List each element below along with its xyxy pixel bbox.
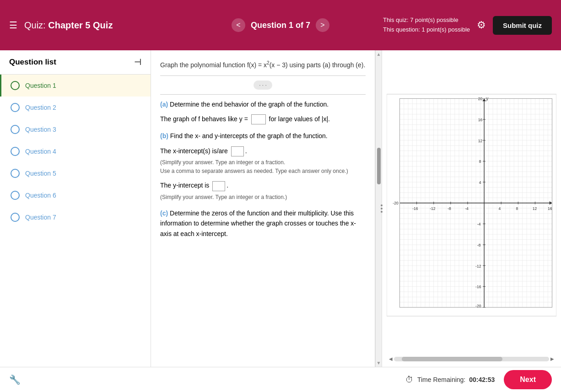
part-b-x-note: (Simplify your answer. Type an integer o…: [160, 158, 366, 176]
coordinate-graph: y -20 -16 -12 -8 -4 4 8: [387, 55, 556, 355]
part-a-label: (a): [160, 101, 168, 108]
question-panel: Graph the polynomial function f(x) = x2(…: [151, 50, 375, 367]
scroll-thumb: [377, 148, 381, 184]
svg-text:-8: -8: [448, 206, 451, 211]
part-b-x-text: The x-intercept(s) is/are .: [160, 146, 366, 156]
h-scroll-track: [394, 357, 549, 361]
wrench-icon[interactable]: 🔧: [9, 374, 21, 385]
part-a-sub: The graph of f behaves like y = for larg…: [160, 114, 366, 124]
expand-dots-button[interactable]: · · ·: [254, 81, 272, 90]
sidebar-item-question-7[interactable]: Question 7: [0, 206, 151, 228]
part-b: (b) Find the x- and y-intercepts of the …: [160, 131, 366, 202]
question-3-circle: [11, 125, 20, 134]
panel-dots: [381, 204, 383, 213]
svg-text:16: 16: [548, 206, 552, 211]
question-3-label: Question 3: [25, 126, 56, 133]
question-4-circle: [11, 147, 20, 156]
question-7-circle: [11, 213, 20, 222]
header-right: This quiz: 7 point(s) possible This ques…: [377, 16, 552, 35]
content-area: Graph the polynomial function f(x) = x2(…: [151, 50, 561, 367]
part-b-text: (b) Find the x- and y-intercepts of the …: [160, 131, 366, 141]
question-main-title: Graph the polynomial function f(x) = x2(…: [160, 59, 366, 70]
question-2-circle: [11, 103, 20, 112]
gear-icon[interactable]: ⚙: [477, 19, 486, 31]
scroll-up-arrow[interactable]: ▲: [377, 52, 381, 57]
question-body: Graph the polynomial function f(x) = x2(…: [151, 50, 375, 367]
submit-quiz-button[interactable]: Submit quiz: [493, 16, 552, 35]
sidebar-item-question-3[interactable]: Question 3: [0, 118, 151, 140]
menu-icon[interactable]: ☰: [9, 20, 17, 31]
collapse-sidebar-icon[interactable]: ⊣: [134, 57, 141, 67]
footer: 🔧 ⏱ Time Remaining: 00:42:53 Next: [0, 367, 561, 392]
quiz-points: This quiz: 7 point(s) possible: [383, 16, 470, 25]
question-5-label: Question 5: [25, 170, 56, 177]
h-scroll-thumb[interactable]: [402, 357, 502, 361]
quiz-title: Quiz: Chapter 5 Quiz: [24, 20, 113, 31]
question-7-label: Question 7: [25, 214, 56, 221]
divider-1: [160, 75, 366, 76]
quiz-label: Quiz:: [24, 20, 46, 30]
h-scroll-left-arrow[interactable]: ◀: [389, 356, 393, 361]
svg-text:12: 12: [533, 206, 537, 211]
next-question-button[interactable]: >: [316, 18, 329, 32]
svg-text:-12: -12: [430, 206, 436, 211]
question-points: This question: 1 point(s) possible: [383, 25, 470, 35]
timer-value: 00:42:53: [469, 376, 495, 383]
part-a-input[interactable]: [251, 114, 266, 124]
question-list: Question 1 Question 2 Question 3 Questio…: [0, 75, 151, 228]
timer-area: ⏱ Time Remaining: 00:42:53: [405, 375, 495, 385]
graph-panel: y -20 -16 -12 -8 -4 4 8: [382, 50, 561, 367]
part-b-x-input[interactable]: [231, 146, 244, 156]
sidebar-item-question-4[interactable]: Question 4: [0, 140, 151, 162]
svg-text:4: 4: [479, 180, 481, 185]
svg-text:-8: -8: [477, 243, 481, 247]
horizontal-scrollbar-area: ◀ ▶: [387, 355, 556, 362]
svg-text:20: 20: [478, 97, 483, 101]
scroll-track: [377, 57, 381, 360]
part-a: (a) Determine the end behavior of the gr…: [160, 99, 366, 125]
question-6-label: Question 6: [25, 192, 56, 199]
question-6-circle: [11, 191, 20, 200]
sidebar-title: Question list: [9, 58, 56, 67]
sidebar-item-question-6[interactable]: Question 6: [0, 184, 151, 206]
question-5-circle: [11, 169, 20, 178]
h-scroll-right-arrow[interactable]: ▶: [550, 356, 554, 361]
part-c-label: (c): [160, 209, 168, 217]
main-layout: Question list ⊣ Question 1 Question 2 Qu…: [0, 50, 561, 367]
sidebar-header: Question list ⊣: [0, 50, 151, 75]
question-1-circle: [11, 81, 20, 90]
part-c: (c) Determine the zeros of the function …: [160, 208, 366, 239]
part-b-y-input[interactable]: [212, 181, 225, 191]
divider-2: [160, 94, 366, 95]
part-b-y-note: (Simplify your answer. Type an integer o…: [160, 193, 366, 202]
quiz-info: This quiz: 7 point(s) possible This ques…: [383, 16, 470, 35]
next-button[interactable]: Next: [504, 370, 552, 389]
expand-button-area: · · ·: [160, 81, 366, 90]
question-progress: Question 1 of 7: [251, 21, 310, 30]
prev-question-button[interactable]: <: [232, 18, 245, 32]
svg-text:16: 16: [478, 118, 483, 122]
timer-label: Time Remaining:: [417, 376, 465, 383]
question-nav: < Question 1 of 7 >: [193, 18, 368, 32]
svg-text:-16: -16: [475, 285, 481, 289]
question-1-label: Question 1: [25, 82, 56, 89]
sidebar-item-question-5[interactable]: Question 5: [0, 162, 151, 184]
vertical-scrollbar[interactable]: ▲ ▼: [375, 50, 382, 367]
question-2-label: Question 2: [25, 104, 56, 111]
svg-text:-4: -4: [477, 222, 481, 226]
part-c-text: (c) Determine the zeros of the function …: [160, 208, 366, 239]
svg-text:-20: -20: [393, 201, 399, 205]
svg-text:8: 8: [479, 159, 481, 164]
clock-icon: ⏱: [405, 375, 414, 385]
part-b-label: (b): [160, 132, 168, 140]
quiz-name: Chapter 5 Quiz: [48, 20, 113, 30]
sidebar-item-question-1[interactable]: Question 1: [0, 75, 151, 97]
graph-container: y -20 -16 -12 -8 -4 4 8: [387, 55, 556, 355]
svg-text:12: 12: [478, 139, 483, 143]
sidebar: Question list ⊣ Question 1 Question 2 Qu…: [0, 50, 151, 367]
sidebar-item-question-2[interactable]: Question 2: [0, 97, 151, 118]
part-b-y-text: The y-intercept is .: [160, 180, 366, 191]
svg-text:-4: -4: [465, 206, 469, 211]
header: ☰ Quiz: Chapter 5 Quiz < Question 1 of 7…: [0, 0, 561, 50]
scroll-down-arrow[interactable]: ▼: [377, 360, 381, 365]
